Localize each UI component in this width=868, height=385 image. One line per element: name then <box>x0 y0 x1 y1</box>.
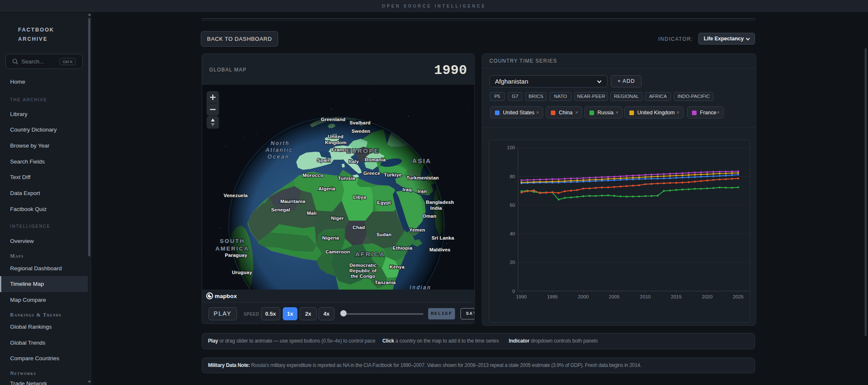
svg-text:20: 20 <box>510 260 515 265</box>
svg-text:1990: 1990 <box>516 294 527 299</box>
svg-text:Uruguay: Uruguay <box>232 270 252 275</box>
svg-text:2005: 2005 <box>609 294 620 299</box>
svg-text:AFRICA: AFRICA <box>355 251 385 258</box>
svg-text:Spain: Spain <box>317 158 331 163</box>
svg-text:SOUTH: SOUTH <box>220 238 245 244</box>
svg-text:Libya: Libya <box>353 195 366 200</box>
svg-text:Iraq: Iraq <box>402 187 412 192</box>
svg-text:Maldives: Maldives <box>429 247 450 252</box>
svg-text:80: 80 <box>510 174 515 179</box>
svg-text:AMERICA: AMERICA <box>216 245 250 252</box>
svg-text:Atlantic: Atlantic <box>266 147 293 153</box>
svg-text:Nigeria: Nigeria <box>322 235 339 240</box>
svg-text:Algeria: Algeria <box>318 186 336 191</box>
svg-text:Greenland: Greenland <box>321 117 346 122</box>
svg-text:Iran: Iran <box>418 189 427 194</box>
svg-text:2020: 2020 <box>702 294 713 299</box>
svg-text:Senegal: Senegal <box>271 207 290 212</box>
svg-text:Yemen: Yemen <box>409 227 425 232</box>
svg-text:60: 60 <box>510 203 515 208</box>
svg-text:Ethiopia: Ethiopia <box>393 245 413 251</box>
svg-text:Paraguay: Paraguay <box>225 253 247 258</box>
svg-text:Venezuela: Venezuela <box>224 193 248 198</box>
svg-text:2000: 2000 <box>578 294 589 299</box>
svg-text:Romania: Romania <box>365 157 386 162</box>
svg-text:100: 100 <box>507 145 515 150</box>
svg-text:North: North <box>271 140 290 146</box>
svg-text:Chad: Chad <box>352 225 365 230</box>
svg-text:Greece: Greece <box>363 171 380 176</box>
svg-text:the Congo: the Congo <box>351 274 376 279</box>
svg-text:Cameroon: Cameroon <box>326 249 350 254</box>
svg-text:Tanzania: Tanzania <box>375 280 396 285</box>
svg-text:Turkmenistan: Turkmenistan <box>407 175 439 180</box>
svg-text:India: India <box>430 206 442 211</box>
svg-text:Tunisia: Tunisia <box>338 176 355 181</box>
svg-text:United: United <box>328 134 344 139</box>
svg-text:Kenya: Kenya <box>389 264 405 269</box>
svg-text:2015: 2015 <box>671 294 682 299</box>
svg-text:Niger: Niger <box>331 216 344 221</box>
svg-text:Republic of: Republic of <box>350 268 377 273</box>
svg-text:1995: 1995 <box>547 294 558 299</box>
svg-text:Bangladesh: Bangladesh <box>426 200 454 205</box>
svg-text:mapbox: mapbox <box>215 293 237 299</box>
svg-text:Morocco: Morocco <box>302 173 323 178</box>
svg-text:Indian: Indian <box>410 285 431 290</box>
svg-text:Democratic: Democratic <box>350 263 377 268</box>
svg-text:40: 40 <box>510 231 515 236</box>
svg-text:Italy: Italy <box>349 159 359 164</box>
svg-text:Mauritania: Mauritania <box>280 199 305 204</box>
svg-text:ASIA: ASIA <box>412 157 431 164</box>
svg-text:2025: 2025 <box>733 294 744 299</box>
svg-text:Sweden: Sweden <box>352 129 371 134</box>
svg-text:0: 0 <box>513 289 515 294</box>
svg-text:2010: 2010 <box>640 294 651 299</box>
svg-text:Türkiye: Türkiye <box>384 172 402 177</box>
svg-text:France: France <box>332 147 348 152</box>
svg-text:Kingdom: Kingdom <box>325 140 346 145</box>
svg-text:Sri Lanka: Sri Lanka <box>431 235 454 240</box>
svg-text:Svalbard: Svalbard <box>350 120 371 125</box>
svg-text:Oman: Oman <box>422 214 436 219</box>
svg-text:Mali: Mali <box>307 211 316 216</box>
svg-text:Egypt: Egypt <box>377 200 391 205</box>
svg-text:Sudan: Sudan <box>376 232 392 237</box>
svg-text:Ocean: Ocean <box>268 154 289 160</box>
svg-text:EUROPE: EUROPE <box>347 147 379 154</box>
